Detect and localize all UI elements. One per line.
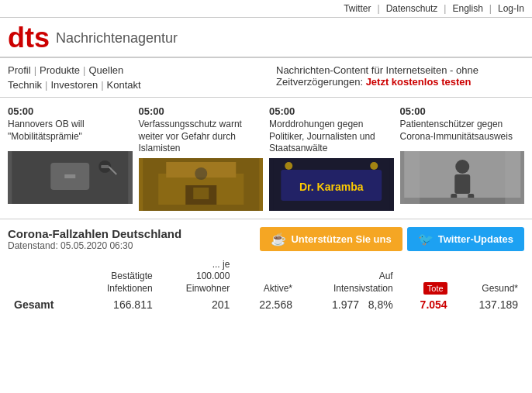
news-time-4: 05:00 <box>400 105 525 117</box>
row-gesund: 137.189 <box>454 297 524 312</box>
twitter-updates-button[interactable]: 🐦 Twitter-Updates <box>407 227 524 251</box>
svg-text:Dr. Karamba: Dr. Karamba <box>299 181 364 193</box>
main-navigation: Profil | Produkte | Quellen Technik | In… <box>0 58 532 98</box>
col-header-tote: Tote <box>399 257 454 297</box>
intensiv-value: 1.977 <box>332 298 359 311</box>
support-label: Unterstützen Sie uns <box>291 233 391 245</box>
corona-section: Corona-Fallzahlen Deutschland Datenstand… <box>0 219 532 320</box>
svg-rect-2 <box>64 174 75 178</box>
row-je100k: 201 <box>159 297 237 312</box>
site-subtitle: Nachrichtenagentur <box>56 30 178 47</box>
news-title-2[interactable]: Verfassungsschutz warnt weiter vor Gefah… <box>139 119 264 155</box>
svg-point-11 <box>195 167 207 180</box>
nav-row-1: Profil | Produkte | Quellen <box>8 64 141 76</box>
login-link[interactable]: Log-In <box>498 3 524 14</box>
svg-rect-4 <box>101 165 109 168</box>
svg-rect-22 <box>404 198 520 204</box>
corona-title-block: Corona-Fallzahlen Deutschland Datenstand… <box>8 227 181 251</box>
svg-rect-10 <box>193 188 209 199</box>
news-title-3[interactable]: Morddrohungen gegen Politiker, Journalis… <box>269 119 394 155</box>
twitter-link[interactable]: Twitter <box>344 3 371 14</box>
sep3: | <box>489 3 492 14</box>
datenschutz-link[interactable]: Datenschutz <box>386 3 438 14</box>
news-time-1: 05:00 <box>8 105 133 117</box>
corona-date: Datenstand: 05.05.2020 06:30 <box>8 240 181 251</box>
coffee-icon: ☕ <box>271 232 286 246</box>
svg-rect-23 <box>404 151 420 204</box>
twitter-updates-label: Twitter-Updates <box>438 233 513 245</box>
news-item-3: 05:00 Morddrohungen gegen Politiker, Jou… <box>269 105 394 211</box>
support-button[interactable]: ☕ Unterstützen Sie uns <box>260 227 402 251</box>
col-header-aktive: Aktive* <box>236 257 299 297</box>
news-section: 05:00 Hannovers OB will "Mobilitätsprämi… <box>0 98 532 219</box>
news-image-4 <box>400 151 525 204</box>
site-header: dts Nachrichtenagentur <box>0 18 532 58</box>
col-header-gesund: Gesund* <box>454 257 524 297</box>
svg-point-18 <box>455 160 469 174</box>
svg-rect-24 <box>505 151 520 204</box>
intensiv-pct: 8,8% <box>368 298 393 311</box>
promo-cta-link[interactable]: Jetzt kostenlos testen <box>366 76 472 88</box>
row-bestaetigt: 166.811 <box>79 297 158 312</box>
col-header-intensiv: AufIntensivstation <box>299 257 399 297</box>
stats-header-row: BestätigteInfektionen ... je100.000Einwo… <box>8 257 524 297</box>
news-item-1: 05:00 Hannovers OB will "Mobilitätsprämi… <box>8 105 133 211</box>
news-image-2 <box>139 158 264 211</box>
logo: dts <box>8 24 50 52</box>
news-time-3: 05:00 <box>269 105 394 117</box>
english-link[interactable]: English <box>452 3 482 14</box>
news-item-4: 05:00 Patientenschützer gegen Corona-Imm… <box>400 105 525 211</box>
svg-point-15 <box>285 162 292 170</box>
nav-produkte[interactable]: Produkte <box>40 64 80 76</box>
sep1: | <box>378 3 380 14</box>
row-label-gesamt: Gesamt <box>8 297 79 312</box>
corona-title: Corona-Fallzahlen Deutschland <box>8 227 181 240</box>
row-aktive: 22.568 <box>236 297 299 312</box>
corona-buttons: ☕ Unterstützen Sie uns 🐦 Twitter-Updates <box>260 227 524 251</box>
row-tote: 7.054 <box>399 297 454 312</box>
col-header-bestaetigt: BestätigteInfektionen <box>79 257 158 297</box>
news-image-1 <box>8 151 133 204</box>
news-image-3: Dr. Karamba <box>269 158 394 211</box>
svg-point-16 <box>370 162 378 170</box>
svg-rect-19 <box>454 174 470 194</box>
nav-links-left: Profil | Produkte | Quellen Technik | In… <box>8 64 141 91</box>
twitter-bird-icon: 🐦 <box>418 232 434 246</box>
news-title-4[interactable]: Patientenschützer gegen Corona-Immunität… <box>400 119 525 148</box>
corona-stats-table: BestätigteInfektionen ... je100.000Einwo… <box>8 257 524 312</box>
nav-technik[interactable]: Technik <box>8 79 42 91</box>
news-grid: 05:00 Hannovers OB will "Mobilitätsprämi… <box>8 105 524 211</box>
nav-kontakt[interactable]: Kontakt <box>107 79 141 91</box>
news-time-2: 05:00 <box>139 105 264 117</box>
top-navigation: Twitter | Datenschutz | English | Log-In <box>0 0 532 18</box>
tote-badge: Tote <box>423 282 447 295</box>
col-header-je100k: ... je100.000Einwohner <box>159 257 237 297</box>
stats-row-gesamt: Gesamt 166.811 201 22.568 1.977 8,8% 7.0… <box>8 297 524 312</box>
corona-header: Corona-Fallzahlen Deutschland Datenstand… <box>8 227 524 251</box>
nav-promo-text: Nachrichten-Content für Internetseiten -… <box>276 64 524 88</box>
nav-row-2: Technik | Investoren | Kontakt <box>8 79 141 91</box>
col-header-label <box>8 257 79 297</box>
news-title-1[interactable]: Hannovers OB will "Mobilitätsprämie" <box>8 119 133 148</box>
news-item-2: 05:00 Verfassungsschutz warnt weiter vor… <box>139 105 264 211</box>
nav-quellen[interactable]: Quellen <box>88 64 123 76</box>
row-intensiv: 1.977 8,8% <box>299 297 399 312</box>
nav-investoren[interactable]: Investoren <box>50 79 98 91</box>
sep2: | <box>444 3 446 14</box>
nav-profil[interactable]: Profil <box>8 64 31 76</box>
